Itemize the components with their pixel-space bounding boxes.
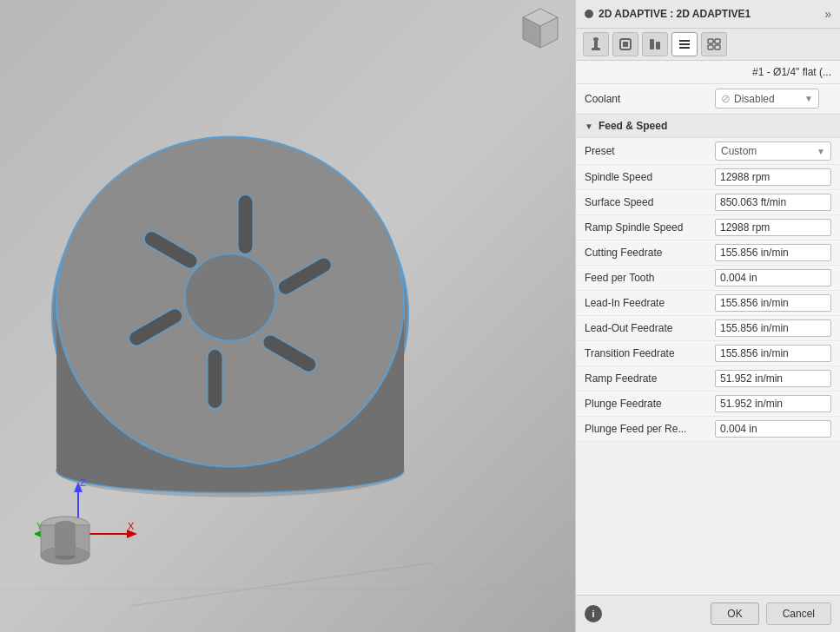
plunge-feedrate-label: Plunge Feedrate	[585, 398, 715, 410]
coolant-dropdown-arrow: ▼	[804, 94, 813, 103]
right-panel: 2D ADAPTIVE : 2D ADAPTIVE1 »	[575, 0, 840, 632]
coolant-value: Disabled	[734, 93, 775, 105]
svg-rect-58	[650, 39, 654, 49]
svg-rect-64	[715, 39, 720, 43]
lead-in-feedrate-label: Lead-In Feedrate	[585, 297, 715, 309]
panel-title: 2D ADAPTIVE : 2D ADAPTIVE1	[599, 8, 751, 20]
ramp-spindle-speed-input[interactable]	[715, 219, 831, 236]
param-row-ramp-spindle-speed: Ramp Spindle Speed	[576, 215, 840, 240]
tool-label-row: #1 - Ø1/4" flat (...	[576, 61, 840, 84]
lead-out-feedrate-input[interactable]	[715, 319, 831, 337]
plunge-feed-per-re-input[interactable]	[715, 420, 831, 438]
plunge-feed-per-re-label: Plunge Feed per Re...	[585, 423, 715, 435]
lead-in-feedrate-input[interactable]	[715, 294, 831, 312]
param-row-preset: Preset Custom ▼	[576, 138, 840, 165]
param-row-feed-per-tooth: Feed per Tooth	[576, 266, 840, 291]
spindle-speed-input[interactable]	[715, 168, 831, 186]
transition-feedrate-label: Transition Feedrate	[585, 347, 715, 359]
param-row-cutting-feedrate: Cutting Feedrate	[576, 240, 840, 266]
tab-passes[interactable]	[671, 32, 698, 56]
transition-feedrate-input[interactable]	[715, 345, 831, 362]
svg-rect-63	[708, 39, 713, 43]
tab-linking[interactable]	[701, 32, 727, 56]
tab-heights[interactable]	[642, 32, 668, 56]
cutting-feedrate-input[interactable]	[715, 244, 831, 261]
param-row-plunge-feedrate: Plunge Feedrate	[576, 392, 840, 417]
coolant-row: Coolant ⊘ Disabled ▼	[576, 84, 840, 114]
preset-dropdown-arrow: ▼	[817, 147, 825, 156]
expand-icon[interactable]: »	[824, 7, 831, 21]
lead-out-feedrate-label: Lead-Out Feedrate	[585, 322, 715, 334]
param-row-surface-speed: Surface Speed	[576, 190, 840, 215]
spindle-speed-label: Spindle Speed	[585, 171, 715, 183]
surface-speed-input[interactable]	[715, 194, 831, 211]
params-scroll-area[interactable]: Preset Custom ▼ Spindle Speed Surface Sp…	[576, 138, 840, 595]
tool-label: #1 - Ø1/4" flat (...	[752, 66, 831, 78]
ramp-feedrate-input[interactable]	[715, 370, 831, 387]
ramp-spindle-speed-label: Ramp Spindle Speed	[585, 221, 715, 234]
surface-speed-label: Surface Speed	[585, 196, 715, 208]
preset-value: Custom	[721, 145, 757, 157]
ground-plane	[0, 458, 575, 632]
svg-rect-25	[238, 195, 253, 254]
param-row-ramp-feedrate: Ramp Feedrate	[576, 366, 840, 392]
feed-speed-section-header[interactable]: ▼ Feed & Speed	[576, 114, 840, 138]
panel-status-dot	[585, 10, 593, 18]
disabled-icon: ⊘	[721, 92, 731, 105]
cutting-feedrate-label: Cutting Feedrate	[585, 247, 715, 259]
svg-line-51	[130, 563, 434, 606]
feed-per-tooth-input[interactable]	[715, 269, 831, 286]
param-row-spindle-speed: Spindle Speed	[576, 165, 840, 190]
tab-bar	[576, 29, 840, 61]
cancel-button[interactable]: Cancel	[766, 602, 831, 625]
info-icon-label: i	[592, 609, 594, 619]
coolant-select[interactable]: ⊘ Disabled ▼	[715, 89, 819, 109]
svg-rect-65	[708, 45, 713, 49]
feed-per-tooth-label: Feed per Tooth	[585, 272, 715, 284]
svg-point-55	[593, 37, 599, 41]
coolant-label: Coolant	[585, 93, 715, 105]
plunge-feedrate-input[interactable]	[715, 395, 831, 412]
ok-button[interactable]: OK	[711, 602, 758, 625]
svg-rect-57	[623, 42, 628, 47]
panel-header: 2D ADAPTIVE : 2D ADAPTIVE1 »	[576, 0, 840, 29]
orientation-cube	[514, 4, 566, 55]
param-row-plunge-feed-per-re: Plunge Feed per Re...	[576, 417, 840, 442]
svg-rect-28	[208, 350, 222, 409]
section-title: Feed & Speed	[599, 120, 667, 132]
preset-label: Preset	[585, 145, 715, 157]
ramp-feedrate-label: Ramp Feedrate	[585, 372, 715, 385]
preset-select[interactable]: Custom ▼	[715, 142, 831, 161]
tab-tool[interactable]	[583, 32, 609, 56]
svg-rect-66	[715, 45, 720, 49]
info-button[interactable]: i	[585, 605, 602, 622]
param-row-lead-out-feedrate: Lead-Out Feedrate	[576, 316, 840, 341]
svg-rect-59	[656, 42, 660, 49]
section-collapse-icon: ▼	[585, 122, 593, 131]
3d-viewport: Z Y X Z	[0, 0, 575, 632]
svg-point-31	[185, 254, 275, 341]
tab-geometry[interactable]	[612, 32, 638, 56]
bottom-bar: i OK Cancel	[576, 595, 840, 632]
param-row-transition-feedrate: Transition Feedrate	[576, 341, 840, 366]
param-row-lead-in-feedrate: Lead-In Feedrate	[576, 291, 840, 316]
